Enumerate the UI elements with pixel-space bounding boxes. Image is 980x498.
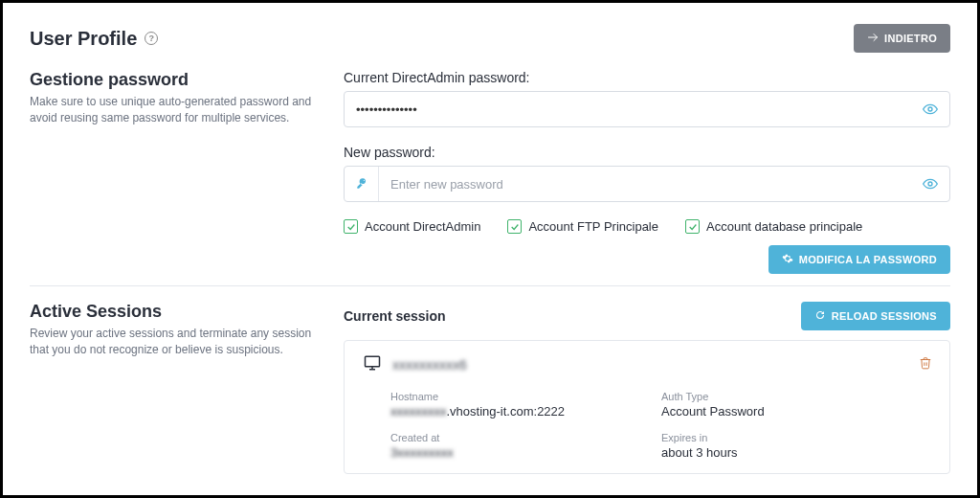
help-icon[interactable]: ?: [145, 32, 158, 45]
reload-sessions-label: RELOAD SESSIONS: [832, 310, 937, 322]
back-button-label: INDIETRO: [884, 33, 937, 44]
new-password-input-wrap: [344, 166, 950, 202]
password-heading: Gestione password: [30, 70, 317, 90]
change-password-label: MODIFICA LA PASSWORD: [799, 254, 937, 265]
eye-icon[interactable]: [911, 176, 949, 192]
checkbox-database-label: Account database principale: [706, 219, 862, 234]
svg-point-1: [928, 182, 932, 186]
reload-icon: [814, 309, 826, 323]
current-password-input[interactable]: [345, 102, 911, 117]
expires-label: Expires in: [661, 432, 932, 443]
eye-icon[interactable]: [911, 102, 949, 117]
divider: [30, 285, 950, 286]
current-password-label: Current DirectAdmin password:: [344, 70, 950, 85]
created-label: Created at: [390, 432, 661, 443]
sessions-desc: Review your active sessions and terminat…: [30, 326, 317, 358]
check-icon: [685, 219, 700, 234]
expires-value: about 3 hours: [661, 445, 932, 460]
checkbox-ftp[interactable]: Account FTP Principale: [507, 219, 658, 234]
check-icon: [344, 219, 358, 234]
checkbox-directadmin[interactable]: Account DirectAdmin: [344, 219, 480, 234]
checkbox-ftp-label: Account FTP Principale: [528, 219, 658, 234]
arrow-icon: [867, 32, 879, 45]
delete-session-button[interactable]: [919, 355, 932, 374]
page-title-text: User Profile: [30, 28, 137, 50]
current-password-input-wrap: [344, 91, 950, 127]
hostname-label: Hostname: [390, 391, 661, 402]
session-ip: xxxxxxxxxx6: [392, 357, 467, 373]
desktop-icon: [362, 354, 383, 375]
generate-password-icon[interactable]: [345, 167, 379, 201]
new-password-label: New password:: [344, 145, 950, 160]
reload-sessions-button[interactable]: RELOAD SESSIONS: [801, 302, 950, 330]
page-title: User Profile ?: [30, 28, 158, 50]
change-password-button[interactable]: MODIFICA LA PASSWORD: [768, 245, 950, 274]
session-card: xxxxxxxxxx6 Hostname xxxxxxxxx.vhosting-…: [344, 340, 950, 474]
back-button[interactable]: INDIETRO: [854, 24, 950, 53]
checkbox-directadmin-label: Account DirectAdmin: [365, 219, 480, 234]
password-desc: Make sure to use unique auto-generated p…: [30, 94, 317, 126]
new-password-input[interactable]: [379, 177, 911, 192]
sessions-heading: Active Sessions: [30, 302, 317, 322]
svg-rect-2: [366, 356, 380, 367]
authtype-label: Auth Type: [661, 391, 932, 402]
hostname-value: xxxxxxxxx.vhosting-it.com:2222: [390, 404, 661, 419]
current-session-title: Current session: [344, 308, 446, 324]
svg-point-0: [928, 107, 932, 111]
authtype-value: Account Password: [661, 404, 932, 419]
gear-icon: [782, 253, 793, 266]
created-value: 3xxxxxxxxx: [390, 445, 661, 460]
checkbox-database[interactable]: Account database principale: [685, 219, 862, 234]
check-icon: [507, 219, 522, 234]
